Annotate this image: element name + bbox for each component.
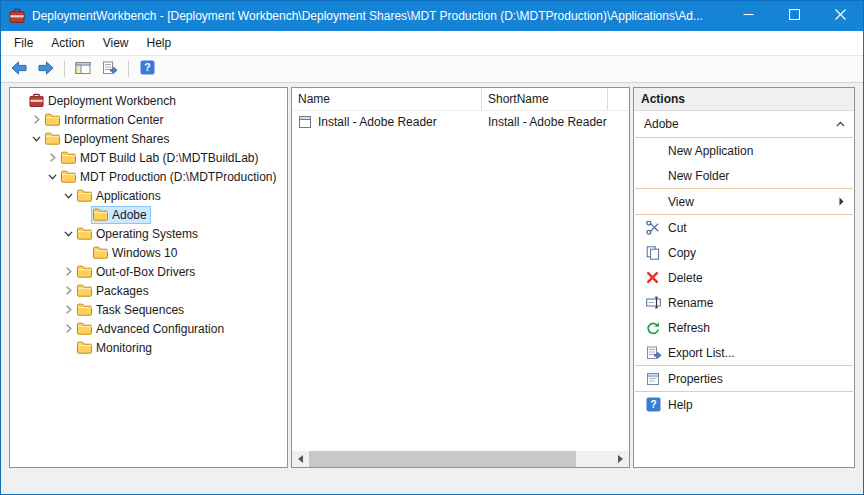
folder-icon — [77, 284, 94, 297]
tree-item-deployment-shares[interactable]: Deployment Shares — [10, 129, 287, 148]
action-rename[interactable]: Rename — [634, 290, 854, 315]
tree-item-applications[interactable]: Applications — [10, 186, 287, 205]
tree-item-mdt-build-lab-d-mdtbuildlab[interactable]: MDT Build Lab (D:\MDTBuildLab) — [10, 148, 287, 167]
list-header: NameShortName — [292, 88, 629, 111]
maximize-button[interactable] — [771, 1, 817, 31]
list-cell-text: Install - Adobe Reader — [488, 115, 607, 129]
tree-item-task-sequences[interactable]: Task Sequences — [10, 300, 287, 319]
action-label: New Folder — [668, 169, 846, 183]
tree-item-operating-systems[interactable]: Operating Systems — [10, 224, 287, 243]
tree-node[interactable]: Out-of-Box Drivers — [76, 264, 198, 280]
tree-node[interactable]: Advanced Configuration — [76, 321, 227, 337]
tree-item-mdt-production-d-mdtproduction[interactable]: MDT Production (D:\MDTProduction) — [10, 167, 287, 186]
tree-node[interactable]: Operating Systems — [76, 226, 201, 242]
toolbar-console-tree-button[interactable] — [71, 58, 95, 80]
actions-group-label: Adobe — [644, 117, 836, 131]
status-bar — [1, 470, 863, 494]
action-delete[interactable]: Delete — [634, 265, 854, 290]
menu-item-file[interactable]: File — [5, 32, 42, 54]
toolbar-back-button[interactable] — [7, 58, 31, 80]
tree-item-adobe[interactable]: Adobe — [10, 205, 287, 224]
chevron-collapsed-icon[interactable] — [61, 305, 76, 314]
action-cut[interactable]: Cut — [634, 215, 854, 240]
column-header-name[interactable]: Name — [292, 88, 482, 110]
chevron-expanded-icon[interactable] — [61, 229, 76, 238]
tree-node[interactable]: MDT Production (D:\MDTProduction) — [60, 169, 280, 185]
close-button[interactable] — [817, 1, 863, 31]
tree-node[interactable]: Monitoring — [76, 340, 155, 356]
chevron-collapsed-icon[interactable] — [61, 324, 76, 333]
toolbar-help-button[interactable]: ? — [135, 58, 159, 80]
export-list-icon — [646, 346, 668, 360]
folder-icon — [45, 113, 62, 126]
tree-node[interactable]: Information Center — [44, 112, 166, 128]
console-tree-icon — [75, 61, 91, 78]
column-header-shortname[interactable]: ShortName — [482, 88, 608, 110]
window-controls — [725, 1, 863, 31]
horizontal-scrollbar[interactable] — [292, 451, 629, 467]
tree-node[interactable]: Task Sequences — [76, 302, 187, 318]
tree-item-out-of-box-drivers[interactable]: Out-of-Box Drivers — [10, 262, 287, 281]
scrollbar-thumb[interactable] — [309, 451, 576, 467]
folder-icon — [45, 132, 62, 145]
action-export-list[interactable]: Export List... — [634, 340, 854, 365]
tree-node[interactable]: Deployment Workbench — [28, 92, 179, 109]
minimize-button[interactable] — [725, 1, 771, 31]
console-tree-pane: Deployment WorkbenchInformation CenterDe… — [9, 87, 288, 468]
chevron-collapsed-icon[interactable] — [29, 115, 44, 124]
scrollbar-track[interactable] — [309, 451, 612, 467]
chevron-collapsed-icon[interactable] — [61, 267, 76, 276]
tree-node[interactable]: Deployment Shares — [44, 131, 172, 147]
title-bar[interactable]: DeploymentWorkbench - [Deployment Workbe… — [1, 1, 863, 31]
tree-item-information-center[interactable]: Information Center — [10, 110, 287, 129]
tree-node[interactable]: Applications — [76, 188, 164, 204]
action-refresh[interactable]: Refresh — [634, 315, 854, 340]
workbench-icon — [29, 93, 46, 108]
tree-item-windows-10[interactable]: Windows 10 — [10, 243, 287, 262]
tree-item-monitoring[interactable]: Monitoring — [10, 338, 287, 357]
tree-node[interactable]: MDT Build Lab (D:\MDTBuildLab) — [60, 150, 262, 166]
menu-item-view[interactable]: View — [94, 32, 138, 54]
action-properties[interactable]: Properties — [634, 366, 854, 391]
action-copy[interactable]: Copy — [634, 240, 854, 265]
application-icon — [298, 115, 316, 129]
app-icon — [9, 8, 25, 24]
tree: Deployment WorkbenchInformation CenterDe… — [10, 91, 287, 357]
chevron-collapsed-icon[interactable] — [61, 286, 76, 295]
action-label: View — [668, 195, 839, 209]
tree-item-label: Operating Systems — [94, 227, 198, 241]
action-label: Refresh — [668, 321, 846, 335]
cut-icon — [646, 221, 668, 235]
list-item-install-adobe-reader[interactable]: Install - Adobe ReaderInstall - Adobe Re… — [292, 112, 629, 132]
chevron-expanded-icon[interactable] — [45, 172, 60, 181]
toolbar: ? — [1, 55, 863, 83]
action-new-application[interactable]: New Application — [634, 138, 854, 163]
tree-item-packages[interactable]: Packages — [10, 281, 287, 300]
tree-item-advanced-configuration[interactable]: Advanced Configuration — [10, 319, 287, 338]
action-view[interactable]: View — [634, 189, 854, 214]
toolbar-export-list-button[interactable] — [98, 58, 122, 80]
chevron-expanded-icon[interactable] — [61, 191, 76, 200]
chevron-collapsed-icon[interactable] — [45, 153, 60, 162]
action-label: Copy — [668, 246, 846, 260]
collapse-group-icon[interactable] — [836, 121, 845, 127]
list-body: Install - Adobe ReaderInstall - Adobe Re… — [292, 111, 629, 451]
scroll-left-button[interactable] — [292, 451, 309, 467]
tree-node[interactable]: Adobe — [92, 207, 150, 223]
tree-node[interactable]: Windows 10 — [92, 245, 180, 261]
menu-item-action[interactable]: Action — [42, 32, 93, 54]
folder-icon — [77, 227, 94, 240]
menu-item-help[interactable]: Help — [138, 32, 181, 54]
folder-icon — [77, 265, 94, 278]
action-help[interactable]: ?Help — [634, 392, 854, 417]
action-new-folder[interactable]: New Folder — [634, 163, 854, 188]
chevron-expanded-icon[interactable] — [29, 134, 44, 143]
minimize-icon — [743, 9, 754, 23]
toolbar-separator — [64, 61, 65, 77]
actions-group-header[interactable]: Adobe — [634, 111, 854, 137]
toolbar-forward-button[interactable] — [34, 58, 58, 80]
tree-item-deployment-workbench[interactable]: Deployment Workbench — [10, 91, 287, 110]
tree-node[interactable]: Packages — [76, 283, 152, 299]
back-icon — [11, 61, 27, 78]
scroll-right-button[interactable] — [612, 451, 629, 467]
